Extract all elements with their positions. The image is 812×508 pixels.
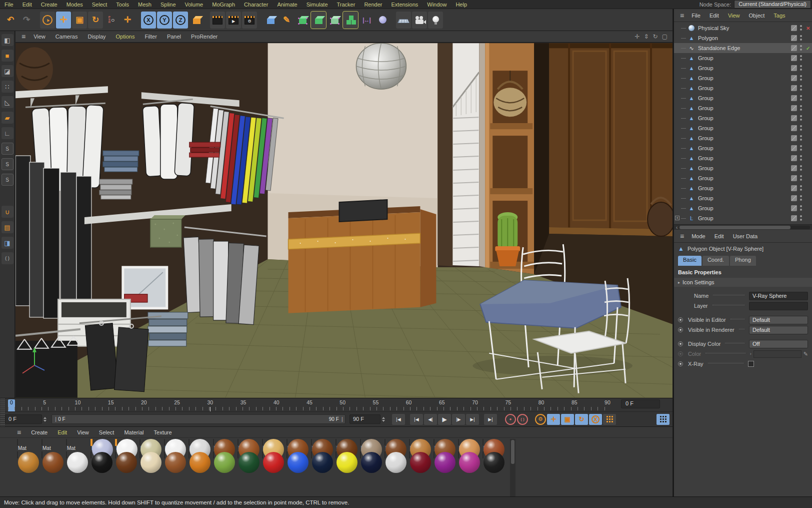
object-list-hscrollbar[interactable]: ‹ xyxy=(674,224,812,230)
material-scroll-thumb[interactable] xyxy=(511,440,514,464)
layer-toggle[interactable] xyxy=(791,45,797,51)
field-sphere-button[interactable] xyxy=(375,12,390,29)
frame-range-slider[interactable]: ||0 F 90 F|| xyxy=(52,414,346,424)
material-thumbnail[interactable]: [Wood_ xyxy=(213,439,236,451)
record-rotation-toggle[interactable]: ↻ xyxy=(575,414,588,425)
material-thumbnail[interactable]: [0037_S xyxy=(409,439,432,451)
next-frame-button[interactable]: |▶ xyxy=(452,414,465,425)
menu-item[interactable]: Character xyxy=(240,0,272,9)
material-thumbnail[interactable]: [Tile_Ce xyxy=(140,439,162,451)
layer-toggle[interactable] xyxy=(791,165,797,171)
model-mode-button[interactable]: ■ xyxy=(2,50,14,62)
end-frame-field[interactable]: 90 F xyxy=(350,414,380,424)
visibility-dots[interactable] xyxy=(800,135,802,141)
name-input[interactable]: V-Ray Sphere xyxy=(749,292,808,300)
material-thumbnail[interactable]: [Wood_ xyxy=(458,439,481,451)
color-swatch[interactable] xyxy=(754,350,802,358)
menu-item[interactable]: Window xyxy=(422,0,451,9)
frame-tick[interactable]: 90 xyxy=(604,399,611,412)
attribute-menu-item[interactable]: Mode xyxy=(687,233,710,239)
frame-tick[interactable]: 75 xyxy=(504,399,512,412)
record-position-toggle[interactable]: ✛ xyxy=(547,414,560,425)
render-picture-viewer-button[interactable]: ▶ xyxy=(226,12,241,29)
add-cube-button[interactable] xyxy=(263,12,278,29)
attribute-manager-hamburger-icon[interactable]: ≡ xyxy=(677,232,687,240)
visibility-dots[interactable] xyxy=(800,155,802,161)
material-menu-item[interactable]: Select xyxy=(94,429,120,435)
object-row-standalone-edge[interactable]: ∿ Standalone Edge ✓ xyxy=(674,43,812,53)
object-row-group[interactable]: ▲ Group xyxy=(674,193,812,203)
polygons-mode-button[interactable]: ▰ xyxy=(2,112,14,124)
material-menu-item[interactable]: Material xyxy=(119,429,148,435)
prev-frame-button[interactable]: ◀| xyxy=(424,414,437,425)
transport-grip[interactable] xyxy=(0,412,5,426)
scale-tool-button[interactable]: ▣ xyxy=(72,12,87,29)
frame-tick[interactable]: 25 xyxy=(174,399,180,412)
viewport-hamburger-icon[interactable]: ≡ xyxy=(18,33,28,41)
material-thumbnail[interactable]: [0043_S xyxy=(384,439,408,451)
viewport-canvas[interactable] xyxy=(16,43,672,398)
visibility-dots[interactable] xyxy=(800,35,802,41)
layer-input[interactable] xyxy=(749,302,808,310)
prev-key-button[interactable]: |◀ xyxy=(410,414,423,425)
layer-toggle[interactable] xyxy=(791,195,797,201)
hscroll-thumb[interactable] xyxy=(680,226,790,229)
object-manager-menu-item[interactable]: Object xyxy=(744,13,770,19)
subdivision-surface-button[interactable] xyxy=(295,12,310,29)
frame-tick[interactable]: 80 xyxy=(538,399,545,412)
menu-item[interactable]: Volume xyxy=(180,0,208,9)
frame-tick[interactable]: 20 xyxy=(140,399,148,412)
visibility-dots[interactable] xyxy=(800,215,802,221)
redo-button[interactable]: ↷ xyxy=(19,12,34,29)
visibility-dots[interactable] xyxy=(800,195,802,201)
current-frame-field[interactable]: 0 F xyxy=(5,414,42,424)
menu-item[interactable]: Extensions xyxy=(386,0,422,9)
edges-mode-button[interactable]: ◺ xyxy=(2,96,14,108)
play-button[interactable]: ▶ xyxy=(438,414,451,425)
move-tool-button[interactable]: ✛ xyxy=(56,12,71,29)
visibility-dots[interactable] xyxy=(800,145,802,151)
layer-toggle[interactable] xyxy=(791,25,797,31)
coordinate-system-button[interactable] xyxy=(189,12,204,29)
menu-item[interactable]: Animate xyxy=(272,0,302,9)
menu-item[interactable]: Spline xyxy=(156,0,180,9)
frame-tick[interactable]: 50 xyxy=(339,399,346,412)
y-axis-lock-button[interactable]: Y xyxy=(157,12,172,29)
frame-tick[interactable]: 60 xyxy=(406,399,412,412)
viewport-menu-item[interactable]: Display xyxy=(82,34,110,40)
menu-item[interactable]: Help xyxy=(451,0,472,9)
material-thumbnail[interactable] xyxy=(66,452,89,458)
visibility-dots[interactable] xyxy=(800,65,802,71)
rotate-view-icon[interactable]: ↻ xyxy=(653,33,658,40)
material-thumbnail[interactable]: Mat xyxy=(66,439,89,451)
generator-button[interactable] xyxy=(311,12,326,29)
menu-item[interactable]: Edit xyxy=(18,0,36,9)
object-row-group[interactable]: ▲ Group xyxy=(674,153,812,163)
viewport-menu-item[interactable]: View xyxy=(28,34,50,40)
visibility-dots[interactable] xyxy=(800,175,802,181)
record-scale-toggle[interactable]: ▣ xyxy=(561,414,574,425)
material-thumbnail[interactable]: [Wood_ xyxy=(311,439,334,451)
texture-mode-button[interactable]: ◪ xyxy=(2,65,14,77)
frame-tick[interactable]: 40 xyxy=(273,399,280,412)
visibility-dots[interactable] xyxy=(800,95,802,101)
layer-toggle[interactable] xyxy=(791,135,797,141)
object-row-physical-sky[interactable]: Physical Sky ✕ xyxy=(674,23,812,33)
record-keyframe-button[interactable]: ● xyxy=(505,414,516,425)
animate-radio-icon[interactable] xyxy=(678,341,683,346)
layer-toggle[interactable] xyxy=(791,85,797,91)
frame-tick[interactable]: 15 xyxy=(108,399,114,412)
object-manager-menu-item[interactable]: View xyxy=(724,13,744,19)
menu-item[interactable]: Modes xyxy=(62,0,88,9)
goto-start-button[interactable]: |◀ xyxy=(392,414,405,425)
object-row-group-null[interactable]: + Ŀ Group xyxy=(674,213,812,223)
workplane-lock-button[interactable]: ▤ xyxy=(2,221,14,233)
material-thumbnail[interactable]: [Metal_( xyxy=(188,439,212,451)
visibility-dots[interactable] xyxy=(800,75,802,81)
render-settings-button[interactable]: ⚙ xyxy=(242,12,257,29)
visibility-dots[interactable] xyxy=(800,185,802,191)
axis-move-button[interactable]: ✛ xyxy=(120,12,135,29)
visibility-dots[interactable] xyxy=(800,45,802,51)
object-row-group[interactable]: ▲ Group xyxy=(674,173,812,183)
animate-radio-icon[interactable] xyxy=(678,361,683,366)
